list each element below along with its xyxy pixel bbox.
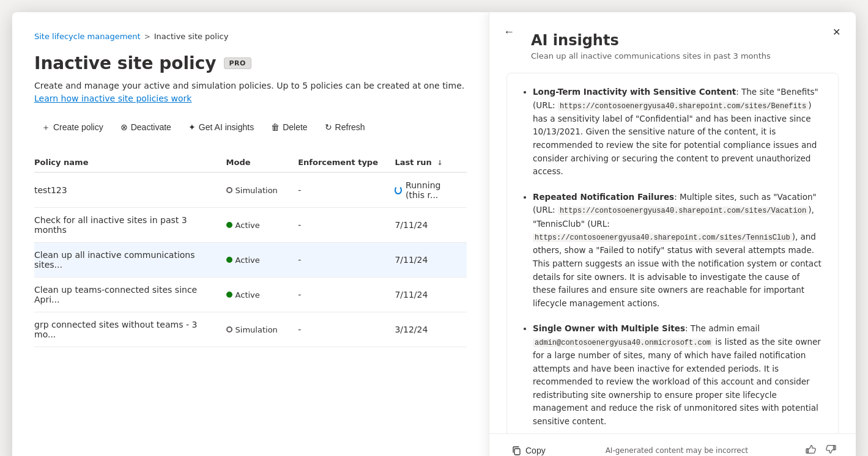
table-row[interactable]: Check for all inactive sites in past 3 m… bbox=[34, 208, 467, 243]
toolbar: ＋ Create policy ⊗ Deactivate ✦ Get AI in… bbox=[34, 119, 467, 138]
feedback-buttons bbox=[803, 441, 839, 456]
policy-table: Policy name Mode Enforcement type Last r… bbox=[34, 153, 467, 347]
breadcrumb: Site lifecycle management > Inactive sit… bbox=[34, 32, 467, 41]
copy-button[interactable]: Copy bbox=[506, 443, 551, 456]
breadcrumb-separator: > bbox=[144, 32, 150, 41]
svg-rect-0 bbox=[514, 449, 520, 455]
ai-insights-panel: ← ✕ AI insights Clean up all inactive co… bbox=[489, 12, 856, 456]
refresh-label: Refresh bbox=[335, 122, 365, 132]
copy-icon bbox=[511, 446, 521, 455]
cell-enforcement: - bbox=[298, 172, 395, 208]
cell-mode: Active bbox=[226, 243, 299, 278]
copy-label: Copy bbox=[525, 446, 546, 455]
cell-mode: Simulation bbox=[226, 172, 299, 208]
col-last-run[interactable]: Last run ↓ bbox=[395, 153, 467, 172]
table-row[interactable]: Clean up all inactive communications sit… bbox=[34, 243, 467, 278]
close-button[interactable]: ✕ bbox=[828, 23, 845, 40]
deactivate-button[interactable]: ⊗ Deactivate bbox=[113, 119, 179, 136]
breadcrumb-parent[interactable]: Site lifecycle management bbox=[34, 32, 141, 41]
cell-mode: Active bbox=[226, 208, 299, 243]
cell-policy-name: test123 bbox=[34, 172, 226, 208]
running-spinner-icon bbox=[395, 186, 402, 194]
deactivate-label: Deactivate bbox=[131, 122, 171, 132]
thumbs-down-icon bbox=[825, 444, 836, 455]
list-item: Long-Term Inactivity with Sensitive Cont… bbox=[533, 86, 825, 178]
create-icon: ＋ bbox=[42, 123, 50, 131]
description-text: Create and manage your active and simula… bbox=[34, 81, 464, 90]
cell-enforcement: - bbox=[298, 312, 395, 347]
cell-enforcement: - bbox=[298, 243, 395, 278]
list-item: Repeated Notification Failures: Multiple… bbox=[533, 191, 825, 311]
cell-policy-name: Clean up teams-connected sites since Apr… bbox=[34, 278, 226, 312]
footer-disclaimer: AI-generated content may be incorrect bbox=[606, 446, 748, 455]
ai-insights-title: AI insights bbox=[506, 32, 839, 49]
cell-mode: Simulation bbox=[226, 312, 299, 347]
refresh-button[interactable]: ↻ Refresh bbox=[317, 119, 373, 136]
cell-enforcement: - bbox=[298, 208, 395, 243]
deactivate-icon: ⊗ bbox=[121, 123, 128, 131]
insights-card: Long-Term Inactivity with Sensitive Cont… bbox=[506, 73, 839, 433]
col-mode[interactable]: Mode bbox=[226, 153, 299, 172]
col-policy-name[interactable]: Policy name bbox=[34, 153, 226, 172]
learn-more-link[interactable]: Learn how inactive site policies work bbox=[34, 94, 191, 103]
cell-policy-name: Clean up all inactive communications sit… bbox=[34, 243, 226, 278]
thumbs-up-icon bbox=[806, 444, 817, 455]
table-row[interactable]: grp connected sites without teams - 3 mo… bbox=[34, 312, 467, 347]
refresh-icon: ↻ bbox=[325, 123, 332, 131]
breadcrumb-current: Inactive site policy bbox=[154, 32, 229, 41]
cell-last-run: Running (this r... bbox=[395, 172, 467, 208]
cell-last-run: 7/11/24 bbox=[395, 243, 467, 278]
table-row[interactable]: test123Simulation-Running (this r... bbox=[34, 172, 467, 208]
ai-insights-label: Get AI insights bbox=[199, 122, 254, 132]
pro-badge: PRO bbox=[224, 57, 251, 69]
page-title-text: Inactive site policy bbox=[34, 53, 217, 73]
get-ai-insights-button[interactable]: ✦ Get AI insights bbox=[181, 119, 261, 136]
page-title: Inactive site policy PRO bbox=[34, 53, 467, 73]
list-item: Single Owner with Multiple Sites: The ad… bbox=[533, 322, 825, 428]
create-policy-label: Create policy bbox=[53, 122, 103, 132]
table-row[interactable]: Clean up teams-connected sites since Apr… bbox=[34, 278, 467, 312]
page-description: Create and manage your active and simula… bbox=[34, 79, 467, 105]
ai-insights-subtitle: Clean up all inactive communications sit… bbox=[506, 51, 839, 61]
thumbs-down-button[interactable] bbox=[823, 441, 839, 456]
cell-mode: Active bbox=[226, 278, 299, 312]
ai-icon: ✦ bbox=[188, 123, 196, 131]
col-enforcement[interactable]: Enforcement type bbox=[298, 153, 395, 172]
panel-footer: Copy AI-generated content may be incorre… bbox=[489, 433, 856, 456]
delete-label: Delete bbox=[283, 122, 307, 132]
delete-icon: 🗑 bbox=[271, 123, 280, 131]
cell-last-run: 7/11/24 bbox=[395, 278, 467, 312]
back-button[interactable]: ← bbox=[500, 23, 517, 40]
cell-policy-name: Check for all inactive sites in past 3 m… bbox=[34, 208, 226, 243]
create-policy-button[interactable]: ＋ Create policy bbox=[34, 119, 111, 136]
cell-last-run: 7/11/24 bbox=[395, 208, 467, 243]
delete-button[interactable]: 🗑 Delete bbox=[264, 119, 314, 136]
cell-enforcement: - bbox=[298, 278, 395, 312]
cell-last-run: 3/12/24 bbox=[395, 312, 467, 347]
ai-insights-content: Long-Term Inactivity with Sensitive Cont… bbox=[489, 73, 856, 433]
table-header-row: Policy name Mode Enforcement type Last r… bbox=[34, 153, 467, 172]
cell-policy-name: grp connected sites without teams - 3 mo… bbox=[34, 312, 226, 347]
sort-icon: ↓ bbox=[437, 159, 442, 167]
thumbs-up-button[interactable] bbox=[803, 441, 819, 456]
